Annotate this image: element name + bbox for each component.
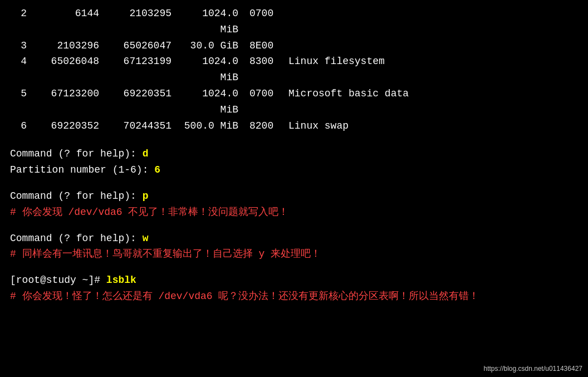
prompt-text-3: Command (? for help):: [10, 233, 143, 244]
part-name-6: Linux swap: [288, 118, 578, 134]
part-num-4: 4: [10, 53, 38, 86]
comment-w: # 同样会有一堆讯息！鸟哥就不重复输出了！自己选择 y 来处理吧！: [10, 246, 578, 262]
partition-number-input: 6: [154, 164, 160, 175]
part-name-2: [288, 6, 578, 38]
partition-row-6: 6 69220352 70244351 500.0 MiB 8200 Linux…: [10, 118, 578, 134]
part-size-5: 1024.0 MiB: [183, 86, 249, 118]
part-end-2: 2103295: [110, 6, 183, 38]
part-start-6: 69220352: [38, 118, 110, 134]
part-type-5: 0700: [249, 86, 288, 118]
part-size-6: 500.0 MiB: [183, 118, 249, 134]
partition-row-3: 3 2103296 65026047 30.0 GiB 8E00: [10, 38, 578, 54]
part-type-6: 8200: [249, 118, 288, 134]
part-num-5: 5: [10, 86, 38, 118]
part-name-3: [288, 38, 578, 54]
part-type-4: 8300: [249, 53, 288, 86]
part-start-4: 65026048: [38, 53, 110, 86]
part-end-6: 70244351: [110, 118, 183, 134]
part-num-2: 2: [10, 6, 38, 38]
comment-p: # 你会发现 /dev/vda6 不见了！非常棒！没问题就写入吧！: [10, 204, 578, 221]
command-p-prompt: Command (? for help): p: [10, 188, 578, 204]
prompt-text-2: Command (? for help):: [10, 190, 143, 202]
command-d-prompt: Command (? for help): d: [10, 146, 578, 162]
part-type-2: 0700: [249, 6, 288, 38]
command-w-prompt: Command (? for help): w: [10, 231, 578, 247]
partition-row-2: 2 6144 2103295 1024.0 MiB 0700: [10, 6, 578, 38]
part-end-4: 67123199: [110, 53, 183, 86]
part-size-4: 1024.0 MiB: [183, 53, 249, 86]
part-size-2: 1024.0 MiB: [183, 6, 249, 38]
terminal-window: 2 6144 2103295 1024.0 MiB 0700 3 2103296…: [0, 0, 588, 377]
part-type-3: 8E00: [249, 38, 288, 54]
part-name-4: Linux filesystem: [288, 53, 578, 86]
partition-row-4: 4 65026048 67123199 1024.0 MiB 8300 Linu…: [10, 53, 578, 86]
part-num-6: 6: [10, 118, 38, 134]
partition-number-prompt: Partition number (1-6): 6: [10, 162, 578, 178]
part-num-3: 3: [10, 38, 38, 54]
command-d-input: d: [143, 148, 149, 159]
part-start-3: 2103296: [38, 38, 110, 54]
prompt-text-1: Command (? for help):: [10, 148, 143, 159]
watermark: https://blog.csdn.net/u011436427: [484, 365, 582, 373]
part-start-5: 67123200: [38, 86, 110, 118]
part-name-5: Microsoft basic data: [288, 86, 578, 118]
command-p-input: p: [143, 190, 149, 202]
comment-lsblk: # 你会发现！怪了！怎么还是有 /dev/vda6 呢？没办法！还没有更新核心的…: [10, 288, 578, 305]
shell-lsblk-command: lsblk: [106, 275, 136, 286]
part-size-3: 30.0 GiB: [183, 38, 249, 54]
partition-number-text: Partition number (1-6):: [10, 164, 154, 175]
shell-prompt-text: [root@study ~]#: [10, 275, 106, 286]
shell-lsblk-prompt: [root@study ~]# lsblk: [10, 272, 578, 288]
part-end-5: 69220351: [110, 86, 183, 118]
part-end-3: 65026047: [110, 38, 183, 54]
command-w-input: w: [143, 233, 149, 244]
partition-table: 2 6144 2103295 1024.0 MiB 0700 3 2103296…: [10, 6, 578, 134]
partition-row-5: 5 67123200 69220351 1024.0 MiB 0700 Micr…: [10, 86, 578, 118]
part-start-2: 6144: [38, 6, 110, 38]
